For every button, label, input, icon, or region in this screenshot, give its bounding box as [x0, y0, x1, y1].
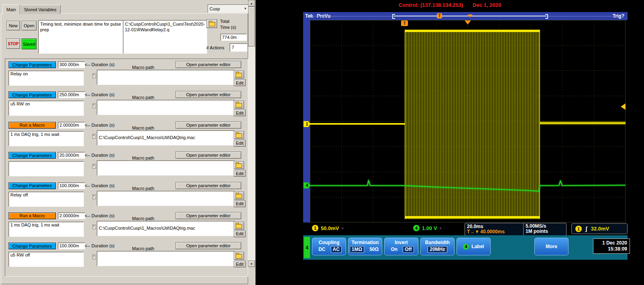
- path-type-icon: [92, 73, 96, 78]
- action-comment-input[interactable]: u5 RW on: [8, 101, 84, 116]
- path-type-icon: [92, 103, 96, 108]
- macro-path-input[interactable]: [97, 160, 235, 176]
- preset-dropdown[interactable]: Cusp ▼: [208, 4, 249, 13]
- open-button[interactable]: Open: [22, 21, 37, 30]
- option-50ohm[interactable]: 50Ω: [367, 246, 381, 253]
- edit-macro-button[interactable]: Edit: [234, 109, 246, 116]
- open-parameter-editor-button[interactable]: Open parameter editor: [175, 121, 241, 129]
- menu-termination[interactable]: Termination 1MΩ 50Ω: [348, 238, 382, 255]
- open-parameter-editor-button[interactable]: Open parameter editor: [175, 61, 241, 68]
- scroll-up-icon[interactable]: ▲: [248, 0, 255, 6]
- macro-path-input[interactable]: [97, 251, 235, 266]
- open-parameter-editor-button[interactable]: Open parameter editor: [175, 212, 241, 219]
- coupling-indicator-icon: ≈: [342, 226, 344, 230]
- action-row: Change Parameters 100.000m <-- Duration …: [5, 181, 248, 211]
- tab-stored-variables[interactable]: Stored Variables: [20, 5, 61, 14]
- menu-coupling-title: Coupling: [312, 240, 346, 245]
- menu-coupling[interactable]: Coupling DC AC: [312, 238, 346, 255]
- duration-input[interactable]: 2.00000m: [58, 122, 85, 129]
- control-date: Dec 1, 2020: [473, 2, 501, 8]
- browse-cue-button[interactable]: [206, 19, 217, 28]
- action-type-button[interactable]: Run a Macro: [8, 122, 56, 129]
- menu-bandwidth[interactable]: Bandwidth 20MHz: [420, 238, 454, 255]
- duration-hint-label: <-- Duration (s): [85, 243, 114, 248]
- expansion-point-icon: [468, 14, 473, 18]
- scrollbar-thumb[interactable]: [248, 6, 255, 46]
- action-comment-input[interactable]: 1 ms DAQ trig, 1 ms wait: [8, 131, 84, 146]
- option-on[interactable]: On: [389, 246, 400, 253]
- option-off[interactable]: Off: [403, 246, 414, 253]
- action-list-scrollbar[interactable]: ▲ ▼: [248, 0, 255, 267]
- slope-icon: ʃ: [585, 226, 587, 232]
- action-row: Change Parameters 100.000m <-- Duration …: [5, 241, 248, 271]
- action-comment-input[interactable]: 1 ms DAQ trig, 1 ms wait: [8, 222, 84, 237]
- edit-macro-button[interactable]: Edit: [234, 230, 246, 237]
- trigger-position-value: 40.0000ms: [480, 229, 505, 234]
- action-type-button[interactable]: Change Parameters: [8, 243, 56, 249]
- scroll-down-icon[interactable]: ▼: [248, 261, 255, 267]
- macro-path-input[interactable]: C:\CuspControl\Cusp\1_Macros\Util\DAQtri…: [97, 130, 235, 146]
- waveform-svg: T: [310, 20, 626, 222]
- duration-input[interactable]: 20.0000m: [58, 152, 85, 159]
- coupling-indicator-icon: ≈: [440, 226, 442, 230]
- tab-main[interactable]: Main: [2, 4, 20, 14]
- edit-macro-button[interactable]: Edit: [234, 79, 246, 86]
- cue-comment-input[interactable]: Timing test, minimize down time for puls…: [38, 20, 123, 54]
- saved-indicator-button[interactable]: Saved: [22, 38, 37, 49]
- action-type-button[interactable]: Change Parameters: [8, 182, 56, 189]
- duration-input[interactable]: 250.000m: [58, 91, 85, 98]
- browse-macro-button[interactable]: [234, 101, 244, 109]
- edit-macro-button[interactable]: Edit: [234, 170, 246, 177]
- macro-path-input[interactable]: C:\CuspControl\Cusp\1_Macros\Util\DAQtri…: [97, 221, 235, 236]
- open-parameter-editor-button[interactable]: Open parameter editor: [175, 152, 241, 159]
- actions-count-label: # Actions: [206, 45, 224, 50]
- option-dc[interactable]: DC: [316, 246, 327, 253]
- duration-hint-label: <-- Duration (s): [85, 62, 114, 67]
- duration-input[interactable]: 100.000m: [58, 243, 85, 249]
- action-comment-input[interactable]: Relay on: [8, 71, 84, 86]
- browse-macro-button[interactable]: [234, 71, 244, 79]
- new-button[interactable]: New: [6, 21, 20, 30]
- option-20mhz[interactable]: 20MHz: [428, 246, 447, 253]
- duration-input[interactable]: 2.00000m: [58, 212, 85, 219]
- browse-macro-button[interactable]: [234, 252, 244, 260]
- duration-input[interactable]: 300.000m: [58, 61, 85, 68]
- open-parameter-editor-button[interactable]: Open parameter editor: [175, 242, 241, 249]
- edit-macro-button[interactable]: Edit: [234, 140, 246, 147]
- macro-path-input[interactable]: [97, 70, 235, 85]
- stop-button[interactable]: STOP: [6, 38, 20, 49]
- action-comment-input[interactable]: [8, 161, 84, 176]
- trigger-time-flag: T: [401, 20, 408, 26]
- cue-path-input[interactable]: C:\CuspControl\Cusp\1_Cues\Test\2020-12-…: [123, 20, 207, 54]
- action-type-button[interactable]: Run a Macro: [8, 212, 56, 219]
- action-comment-input[interactable]: u5 RW off: [8, 252, 84, 267]
- menu-invert[interactable]: Invert On Off: [384, 238, 418, 255]
- macro-path-input[interactable]: [97, 100, 235, 115]
- scope-display: T: [310, 20, 626, 222]
- action-type-button[interactable]: Change Parameters: [8, 91, 56, 98]
- browse-macro-button[interactable]: [234, 192, 244, 200]
- browse-macro-button[interactable]: [234, 131, 244, 139]
- menu-label[interactable]: 4 Label: [457, 238, 491, 255]
- action-type-button[interactable]: Change Parameters: [8, 61, 56, 68]
- menu-bandwidth-title: Bandwidth: [421, 240, 454, 245]
- browse-macro-button[interactable]: [234, 222, 244, 230]
- edit-macro-button[interactable]: Edit: [234, 261, 246, 267]
- browse-macro-button[interactable]: [234, 161, 244, 169]
- option-1mohm[interactable]: 1MΩ: [350, 246, 364, 253]
- action-row: Run a Macro 2.00000m <-- Duration (s) Ma…: [5, 211, 248, 241]
- trigger-position-readout: T→▼40.0000ms: [467, 229, 522, 234]
- menu-invert-title: Invert: [385, 240, 418, 245]
- channel-4-badge: 4: [413, 225, 420, 231]
- edit-macro-button[interactable]: Edit: [234, 200, 246, 207]
- open-parameter-editor-button[interactable]: Open parameter editor: [175, 182, 241, 189]
- option-ac[interactable]: AC: [331, 246, 342, 253]
- action-type-button[interactable]: Change Parameters: [8, 152, 56, 159]
- duration-input[interactable]: 100.000m: [58, 182, 85, 189]
- menu-label-title: Label: [471, 244, 484, 249]
- menu-termination-title: Termination: [348, 240, 382, 245]
- macro-path-input[interactable]: [97, 191, 235, 206]
- action-comment-input[interactable]: Relay off: [8, 192, 84, 207]
- menu-more[interactable]: More: [534, 238, 569, 255]
- open-parameter-editor-button[interactable]: Open parameter editor: [175, 91, 241, 98]
